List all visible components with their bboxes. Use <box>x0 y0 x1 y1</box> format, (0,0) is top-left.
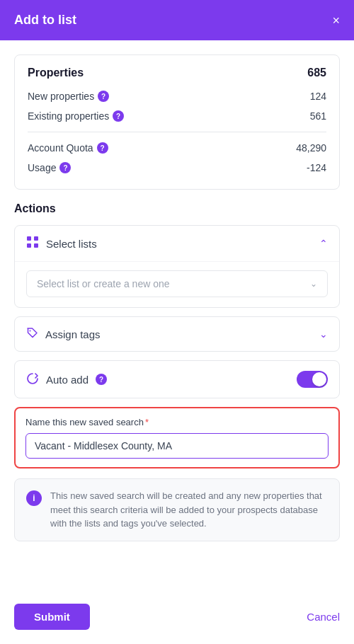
new-properties-help-icon[interactable]: ? <box>98 91 109 102</box>
new-properties-row: New properties ? 124 <box>28 86 326 106</box>
assign-tags-label: Assign tags <box>26 327 101 341</box>
modal-header: Add to list × <box>0 0 354 40</box>
properties-heading: Properties <box>28 67 84 79</box>
account-quota-help-icon[interactable]: ? <box>97 142 108 154</box>
usage-value: -124 <box>307 162 326 173</box>
usage-label: Usage ? <box>28 162 71 173</box>
toggle-knob <box>312 372 326 386</box>
tag-icon <box>26 327 38 341</box>
svg-rect-3 <box>34 243 38 248</box>
assign-tags-chevron-icon: ⌄ <box>319 328 328 340</box>
select-lists-body: Select list or create a new one ⌄ <box>15 261 339 307</box>
select-lists-chevron-icon: ⌃ <box>319 238 328 249</box>
auto-add-label: Auto add ? <box>26 372 107 387</box>
info-text: This new saved search will be created an… <box>50 489 328 531</box>
required-star: * <box>145 417 149 427</box>
usage-help-icon[interactable]: ? <box>59 162 71 173</box>
svg-rect-1 <box>34 236 38 241</box>
existing-properties-value: 561 <box>310 110 326 122</box>
new-properties-label: New properties ? <box>28 91 109 102</box>
account-quota-row: Account Quota ? 48,290 <box>28 138 326 158</box>
modal-title: Add to list <box>14 13 76 28</box>
select-lists-accordion: Select lists ⌃ Select list or create a n… <box>14 225 340 308</box>
account-quota-label: Account Quota ? <box>28 142 108 154</box>
properties-total: 685 <box>307 67 326 79</box>
modal-body: Properties 685 New properties ? 124 Exis… <box>0 40 354 592</box>
select-list-dropdown[interactable]: Select list or create a new one ⌄ <box>26 270 328 297</box>
info-box: i This new saved search will be created … <box>14 478 340 541</box>
cancel-button[interactable]: Cancel <box>307 611 340 623</box>
select-list-placeholder: Select list or create a new one <box>37 278 170 289</box>
svg-point-4 <box>30 330 31 332</box>
actions-heading: Actions <box>14 202 340 215</box>
svg-rect-0 <box>27 236 31 241</box>
svg-rect-2 <box>27 243 31 248</box>
auto-add-help-icon[interactable]: ? <box>96 374 107 385</box>
auto-add-icon <box>26 372 39 387</box>
modal-footer: Submit Cancel <box>0 592 354 644</box>
existing-properties-row: Existing properties ? 561 <box>28 106 326 126</box>
assign-tags-accordion-header[interactable]: Assign tags ⌄ <box>15 317 339 351</box>
existing-properties-label: Existing properties ? <box>28 110 124 122</box>
name-search-section: Name this new saved search* <box>14 407 340 468</box>
existing-properties-help-icon[interactable]: ? <box>113 110 124 122</box>
select-lists-accordion-header[interactable]: Select lists ⌃ <box>15 226 339 261</box>
select-lists-icon <box>26 236 39 251</box>
properties-header-row: Properties 685 <box>28 67 326 79</box>
account-quota-value: 48,290 <box>296 142 326 154</box>
new-properties-value: 124 <box>310 91 326 102</box>
select-lists-accordion-label: Select lists <box>26 236 97 251</box>
close-button[interactable]: × <box>332 14 340 27</box>
name-search-label: Name this new saved search* <box>25 417 329 427</box>
auto-add-section: Auto add ? <box>14 360 340 398</box>
card-divider <box>28 132 326 132</box>
info-icon: i <box>26 490 42 506</box>
submit-button[interactable]: Submit <box>14 604 90 630</box>
usage-row: Usage ? -124 <box>28 158 326 178</box>
auto-add-toggle[interactable] <box>297 371 328 388</box>
assign-tags-accordion: Assign tags ⌄ <box>14 316 340 352</box>
properties-card: Properties 685 New properties ? 124 Exis… <box>14 54 340 190</box>
name-search-input[interactable] <box>25 433 329 459</box>
select-list-chevron-icon: ⌄ <box>310 279 317 289</box>
modal: Add to list × Properties 685 New propert… <box>0 0 354 644</box>
